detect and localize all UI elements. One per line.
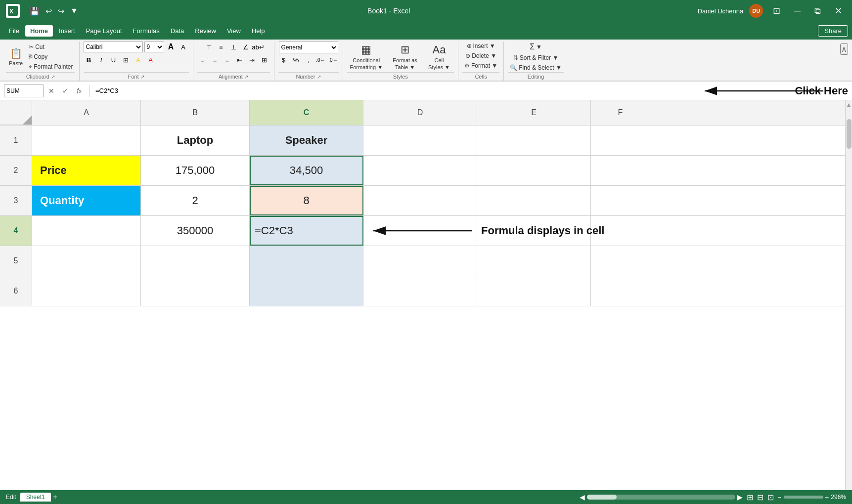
angle-text-button[interactable]: ∠ [240,42,251,52]
cell-c2[interactable]: 34,500 [250,156,363,185]
menu-data[interactable]: Data [166,25,189,37]
cell-b2[interactable]: 175,000 [141,156,250,185]
vertical-scrollbar[interactable]: ▲ ▼ [845,100,852,504]
row-num-5[interactable]: 5 [0,246,32,276]
format-button[interactable]: ⚙Format ▼ [462,61,499,70]
scroll-left-button[interactable]: ◀ [580,493,585,501]
cell-f2[interactable] [591,156,650,185]
menu-review[interactable]: Review [190,25,221,37]
align-left-button[interactable]: ≡ [197,54,208,65]
collapse-ribbon-button[interactable]: ∧ [840,43,848,55]
cell-b3[interactable]: 2 [141,186,250,215]
cell-a3[interactable]: Quantity [32,186,141,215]
format-painter-button[interactable]: ⌖Format Painter [27,62,75,71]
find-select-button[interactable]: 🔍Find & Select ▼ [508,63,564,72]
decrease-indent-button[interactable]: ⇤ [234,54,245,65]
formula-confirm-button[interactable]: ✓ [59,85,71,97]
cell-c3[interactable]: 8 [250,186,363,215]
font-family-select[interactable]: Calibri [84,42,143,52]
customize-quick-access-button[interactable]: ▼ [68,4,80,17]
align-middle-button[interactable]: ≡ [216,42,226,52]
align-top-button[interactable]: ⊤ [203,42,214,52]
menu-insert[interactable]: Insert [54,25,80,37]
cell-e6[interactable] [477,276,591,306]
cell-a4[interactable] [32,216,141,246]
undo-button[interactable]: ↩ [44,4,54,18]
formula-cancel-button[interactable]: ✕ [45,85,57,97]
cell-f1[interactable] [591,126,650,155]
row-num-2[interactable]: 2 [0,156,32,185]
menu-help[interactable]: Help [247,25,270,37]
cell-c1[interactable]: Speaker [250,126,363,155]
menu-file[interactable]: File [4,25,24,37]
close-button[interactable]: ✕ [831,5,846,16]
bold-button[interactable]: B [84,54,94,65]
italic-button[interactable]: I [96,54,107,65]
cell-f5[interactable] [591,246,650,276]
col-header-a[interactable]: A [32,100,141,125]
cell-d3[interactable] [363,186,477,215]
copy-button[interactable]: ⎘Copy [27,52,75,61]
scroll-right-button[interactable]: ▶ [737,493,743,501]
col-header-e[interactable]: E [477,100,591,125]
decrease-decimal-button[interactable]: .0← [315,54,326,65]
scrollbar-thumb[interactable] [847,119,852,149]
row-num-1[interactable]: 1 [0,126,32,155]
cell-e2[interactable] [477,156,591,185]
sheet1-tab[interactable]: Sheet1 [20,493,51,502]
cell-d5[interactable] [363,246,477,276]
share-button[interactable]: Share [818,25,848,37]
underline-button[interactable]: U [108,54,119,65]
border-button[interactable]: ⊞ [121,54,132,65]
align-bottom-button[interactable]: ⊥ [228,42,239,52]
fill-color-button[interactable]: A [133,54,144,65]
increase-font-size-button[interactable]: A [166,42,177,52]
cell-e1[interactable] [477,126,591,155]
cell-a2[interactable]: Price [32,156,141,185]
cut-button[interactable]: ✂Cut [27,42,75,51]
align-right-button[interactable]: ≡ [222,54,233,65]
col-header-c[interactable]: C [250,100,363,125]
conditional-formatting-button[interactable]: ▦ Conditional Formatting ▼ [347,42,386,72]
font-size-select[interactable]: 9 [144,42,164,52]
number-format-select[interactable]: General [279,42,338,53]
cell-styles-button[interactable]: Aa Cell Styles ▼ [424,42,454,72]
menu-home[interactable]: Home [25,25,53,37]
profile-icon-button[interactable]: ⊡ [769,5,784,16]
cell-b1[interactable]: Laptop [141,126,250,155]
cell-b6[interactable] [141,276,250,306]
increase-indent-button[interactable]: ⇥ [247,54,258,65]
corner-cell[interactable] [0,100,32,125]
name-box[interactable]: SUM [4,84,44,97]
add-sheet-button[interactable]: + [53,493,57,502]
menu-view[interactable]: View [222,25,246,37]
horizontal-scrollbar[interactable] [587,495,735,500]
comma-button[interactable]: , [303,54,314,65]
merge-center-button[interactable]: ⊞ [259,54,270,65]
menu-page-layout[interactable]: Page Layout [81,25,127,37]
decrease-font-size-button[interactable]: A [178,42,189,52]
cell-c5[interactable] [250,246,363,276]
cell-e5[interactable] [477,246,591,276]
cell-c6[interactable] [250,276,363,306]
zoom-out-button[interactable]: − [778,494,782,501]
cell-f3[interactable] [591,186,650,215]
page-layout-view-button[interactable]: ⊟ [757,493,763,502]
cell-d6[interactable] [363,276,477,306]
cell-a1[interactable] [32,126,141,155]
formula-input[interactable] [93,84,693,97]
col-header-b[interactable]: B [141,100,250,125]
menu-formulas[interactable]: Formulas [128,25,165,37]
autosum-button[interactable]: Σ▼ [528,42,544,52]
percent-button[interactable]: % [291,54,302,65]
restore-button[interactable]: ⧉ [810,6,825,16]
row-num-3[interactable]: 3 [0,186,32,215]
col-header-f[interactable]: F [591,100,650,125]
currency-button[interactable]: $ [278,54,289,65]
row-num-4[interactable]: 4 [0,216,32,246]
cell-d2[interactable] [363,156,477,185]
cell-b4[interactable]: 350000 [141,216,250,246]
page-break-view-button[interactable]: ⊡ [767,493,774,502]
insert-function-button[interactable]: fx [73,85,85,97]
cell-f6[interactable] [591,276,650,306]
